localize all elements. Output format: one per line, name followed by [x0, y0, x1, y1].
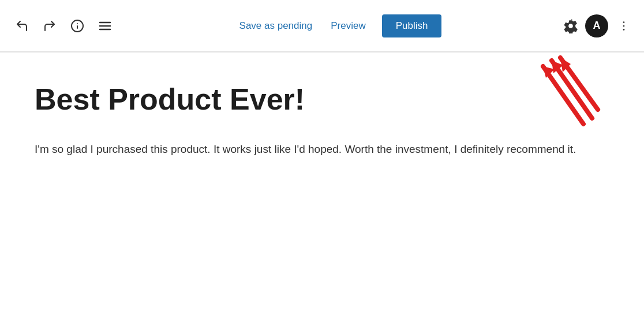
undo-icon [15, 19, 29, 33]
undo-button[interactable] [12, 16, 32, 36]
toolbar-center-group: Save as pending Preview Publish [122, 14, 556, 37]
more-options-button[interactable] [615, 17, 632, 35]
gear-icon [563, 18, 578, 33]
publish-button[interactable]: Publish [382, 14, 442, 37]
list-view-button[interactable] [95, 16, 115, 36]
post-title: Best Product Ever! [35, 81, 609, 117]
preview-button[interactable]: Preview [328, 16, 368, 36]
content-area: Best Product Ever! I'm so glad I purchas… [0, 52, 644, 188]
post-body: I'm so glad I purchased this product. It… [35, 140, 609, 159]
toolbar-left-group [12, 16, 115, 36]
toolbar-right-group: A [563, 14, 632, 37]
list-icon [98, 19, 112, 33]
settings-button[interactable] [563, 18, 578, 33]
info-icon [70, 19, 84, 33]
avatar-letter: A [593, 20, 601, 32]
svg-point-7 [623, 25, 625, 27]
save-as-pending-button[interactable]: Save as pending [237, 16, 315, 36]
user-avatar-button[interactable]: A [585, 14, 608, 37]
redo-icon [43, 19, 57, 33]
redo-button[interactable] [39, 16, 60, 36]
more-vertical-icon [617, 20, 630, 32]
svg-point-6 [623, 21, 625, 23]
toolbar: Save as pending Preview Publish A [0, 0, 644, 52]
info-button[interactable] [67, 16, 88, 36]
svg-point-8 [623, 29, 625, 31]
